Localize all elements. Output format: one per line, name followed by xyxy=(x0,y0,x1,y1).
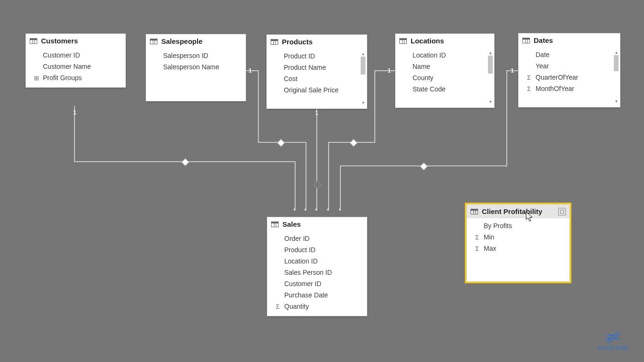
field-list: Location ID Name County State Code xyxy=(396,48,494,99)
field[interactable]: Location ID xyxy=(396,49,494,61)
table-title: Locations xyxy=(411,37,444,45)
table-icon xyxy=(30,38,37,44)
scroll-up-icon[interactable]: ▴ xyxy=(615,49,618,55)
field[interactable]: ΣQuantity xyxy=(267,301,367,312)
field[interactable]: Product ID xyxy=(267,244,367,255)
field[interactable]: Location ID xyxy=(267,255,367,267)
sigma-icon: Σ xyxy=(473,234,481,241)
field[interactable]: Order ID xyxy=(267,233,367,244)
field[interactable]: Sales Person ID xyxy=(267,267,367,278)
scrollbar[interactable]: ▴ ▾ xyxy=(613,49,619,104)
cardinality-products: 1 xyxy=(315,109,318,116)
scroll-down-icon[interactable]: ▾ xyxy=(489,99,492,105)
scroll-down-icon[interactable]: ▾ xyxy=(362,100,364,106)
filter-direction-icon xyxy=(350,139,358,147)
table-title: Dates xyxy=(534,36,553,44)
field[interactable]: State Code xyxy=(396,83,494,95)
hierarchy-icon: ⊞ xyxy=(33,74,40,82)
table-title: Client Profitability xyxy=(482,207,542,215)
field[interactable]: Salesperson ID xyxy=(146,50,246,61)
expand-icon[interactable] xyxy=(558,208,566,215)
field[interactable]: Date xyxy=(519,49,620,60)
table-icon xyxy=(271,222,279,227)
field[interactable]: ΣQuarterOfYear xyxy=(519,72,620,83)
field[interactable]: ΣMonthOfYear xyxy=(519,83,620,94)
field[interactable]: By Profits xyxy=(467,220,570,231)
scroll-up-icon[interactable]: ▴ xyxy=(362,51,364,57)
table-icon xyxy=(150,39,157,44)
table-header[interactable]: Dates xyxy=(519,33,620,47)
field[interactable]: ΣMin xyxy=(467,231,570,243)
table-icon xyxy=(399,38,407,44)
field[interactable]: Cost xyxy=(267,73,367,84)
field[interactable]: Year xyxy=(519,60,620,72)
table-client-profitability[interactable]: Client Profitability By Profits ΣMin ΣMa… xyxy=(466,204,570,282)
table-title: Salespeople xyxy=(161,37,203,45)
sigma-icon: Σ xyxy=(473,245,481,252)
cardinality-many: * xyxy=(339,207,341,214)
field-list: Product ID Product Name Cost Original Sa… xyxy=(267,49,367,99)
table-header[interactable]: Customers xyxy=(26,34,125,48)
sigma-icon: Σ xyxy=(274,303,281,310)
table-sales[interactable]: Sales Order ID Product ID Location ID Sa… xyxy=(267,217,367,316)
field-list: Salesperson ID Salesperson Name xyxy=(146,48,246,101)
subscribe-watermark: SUBSCRIBE xyxy=(597,329,629,351)
field[interactable]: Customer ID xyxy=(267,278,367,289)
cardinality-salespeople: 1 xyxy=(248,67,252,74)
filter-direction-icon xyxy=(314,181,322,189)
table-salespeople[interactable]: Salespeople Salesperson ID Salesperson N… xyxy=(146,34,246,101)
watermark-label: SUBSCRIBE xyxy=(597,346,629,351)
field[interactable]: Product Name xyxy=(267,62,367,73)
table-dates[interactable]: Dates Date Year ΣQuarterOfYear ΣMonthOfY… xyxy=(518,33,620,107)
cardinality-customers: 1 xyxy=(73,109,76,116)
field[interactable]: ΣMax xyxy=(467,243,570,254)
sigma-icon: Σ xyxy=(525,74,533,81)
table-title: Products xyxy=(282,38,313,46)
field[interactable]: Purchase Date xyxy=(267,289,367,301)
filter-direction-icon xyxy=(182,158,190,166)
field-list: Customer ID Customer Name ⊞Profit Groups xyxy=(26,48,125,87)
table-title: Sales xyxy=(282,220,301,228)
table-header[interactable]: Salespeople xyxy=(146,34,246,48)
cardinality-many: * xyxy=(293,207,296,214)
cardinality-many: * xyxy=(315,207,317,214)
field[interactable]: Name xyxy=(396,61,494,72)
sigma-icon: Σ xyxy=(525,85,533,92)
field[interactable]: Original Sale Price xyxy=(267,84,367,96)
field[interactable]: Salesperson Name xyxy=(146,61,246,73)
cardinality-many: * xyxy=(327,207,329,214)
cardinality-locations: 1 xyxy=(388,67,391,74)
table-header[interactable]: Client Profitability xyxy=(467,205,570,218)
table-icon xyxy=(271,39,278,45)
cardinality-many: * xyxy=(304,207,306,214)
table-icon xyxy=(522,38,530,43)
field[interactable]: Customer ID xyxy=(26,49,125,61)
field[interactable]: County xyxy=(396,72,494,83)
scrollbar[interactable]: ▴ ▾ xyxy=(487,50,493,105)
filter-direction-icon xyxy=(420,163,428,171)
scrollbar[interactable]: ▴ ▾ xyxy=(360,51,366,106)
table-title: Customers xyxy=(41,37,78,45)
table-header[interactable]: Locations xyxy=(396,34,494,48)
table-header[interactable]: Products xyxy=(267,35,367,49)
field[interactable]: ⊞Profit Groups xyxy=(26,72,125,83)
table-locations[interactable]: Locations Location ID Name County State … xyxy=(395,33,495,108)
table-header[interactable]: Sales xyxy=(267,217,367,231)
table-customers[interactable]: Customers Customer ID Customer Name ⊞Pro… xyxy=(25,33,126,88)
cardinality-dates: 1 xyxy=(511,67,514,74)
field[interactable]: Product ID xyxy=(267,50,367,62)
field-list: Date Year ΣQuarterOfYear ΣMonthOfYear xyxy=(519,47,620,98)
filter-direction-icon xyxy=(277,139,285,147)
table-products[interactable]: Products Product ID Product Name Cost Or… xyxy=(266,34,367,109)
scroll-up-icon[interactable]: ▴ xyxy=(489,50,492,56)
table-icon xyxy=(471,209,478,214)
field[interactable]: Customer Name xyxy=(26,61,125,72)
field-list: Order ID Product ID Location ID Sales Pe… xyxy=(267,231,367,316)
field-list: By Profits ΣMin ΣMax xyxy=(467,218,570,258)
scroll-down-icon[interactable]: ▾ xyxy=(615,99,618,104)
